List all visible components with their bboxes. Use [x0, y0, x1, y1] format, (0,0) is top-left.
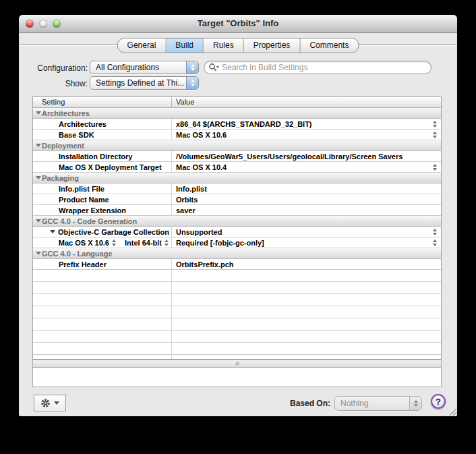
- setting-column-header[interactable]: Setting: [33, 97, 172, 107]
- disclosure-triangle-icon[interactable]: [36, 252, 41, 255]
- value-stepper-icon[interactable]: [163, 239, 170, 246]
- setting-name-cell[interactable]: Architectures: [33, 119, 172, 129]
- gear-icon: [40, 398, 51, 408]
- show-label: Show:: [20, 79, 88, 88]
- search-field[interactable]: [204, 61, 432, 74]
- empty-value-cell: [172, 318, 441, 330]
- setting-value-cell[interactable]: saver: [172, 205, 441, 215]
- search-input[interactable]: [219, 63, 425, 72]
- setting-name: Info.plist File: [59, 185, 105, 193]
- help-button[interactable]: ?: [431, 394, 446, 409]
- tab-rules[interactable]: Rules: [204, 38, 244, 53]
- setting-value: x86_64 $(ARCHS_STANDARD_32_BIT): [176, 120, 432, 128]
- setting-value-cell[interactable]: Orbits: [172, 194, 441, 204]
- setting-row-wrapper-extension[interactable]: Wrapper Extensionsaver: [33, 205, 441, 216]
- setting-value-cell[interactable]: x86_64 $(ARCHS_STANDARD_32_BIT): [172, 119, 441, 129]
- condition-cell[interactable]: Mac OS X 10.6Intel 64-bit: [33, 237, 172, 248]
- setting-value: Info.plist: [176, 185, 438, 193]
- tab-comments[interactable]: Comments: [300, 38, 358, 53]
- setting-row-product-name[interactable]: Product NameOrbits: [33, 194, 441, 205]
- setting-name-cell[interactable]: Prefix Header: [33, 259, 172, 269]
- setting-row-architectures[interactable]: Architecturesx86_64 $(ARCHS_STANDARD_32_…: [33, 119, 441, 130]
- setting-value: Mac OS X 10.6: [176, 131, 432, 139]
- title-bar[interactable]: Target "Orbits" Info: [19, 15, 457, 33]
- setting-name-cell[interactable]: Info.plist File: [33, 183, 172, 194]
- empty-value-cell: [172, 355, 441, 360]
- condition-popup-value: Mac OS X 10.6: [59, 239, 109, 247]
- setting-name-cell[interactable]: Mac OS X Deployment Target: [33, 162, 172, 172]
- setting-name-cell[interactable]: Base SDK: [33, 130, 172, 140]
- empty-value-cell: [172, 270, 441, 281]
- value-stepper-icon[interactable]: [432, 164, 438, 171]
- setting-value-cell[interactable]: Info.plist: [172, 183, 441, 194]
- disclosure-triangle-icon[interactable]: [50, 230, 55, 233]
- setting-name-cell[interactable]: Wrapper Extension: [33, 205, 172, 215]
- setting-row-prefix-header[interactable]: Prefix HeaderOrbitsPrefix.pch: [33, 259, 441, 270]
- configuration-popup[interactable]: All Configurations: [90, 61, 199, 74]
- empty-row[interactable]: [33, 294, 441, 306]
- value-stepper-icon[interactable]: [432, 132, 438, 138]
- condition-popup-mac-os-x-10-6[interactable]: Mac OS X 10.6: [59, 239, 117, 247]
- value-stepper-icon[interactable]: [432, 121, 438, 127]
- setting-value: Required [-fobjc-gc-only]: [176, 239, 432, 247]
- setting-name: Prefix Header: [59, 260, 107, 268]
- value-column-header[interactable]: Value: [172, 97, 441, 107]
- disclosure-triangle-icon[interactable]: [36, 176, 41, 179]
- setting-value-cell[interactable]: Mac OS X 10.6: [172, 130, 441, 140]
- empty-setting-cell: [33, 355, 172, 360]
- empty-row[interactable]: [33, 355, 441, 360]
- empty-row[interactable]: [33, 318, 441, 331]
- splitter-bar[interactable]: [32, 360, 442, 368]
- value-stepper-icon[interactable]: [111, 239, 117, 246]
- setting-name: Architectures: [59, 120, 107, 128]
- setting-value-cell[interactable]: Mac OS X 10.4: [172, 162, 441, 172]
- setting-row-installation-directory[interactable]: Installation Directory/Volumes/GeoWar5_U…: [33, 151, 441, 162]
- setting-value-cell[interactable]: Unsupported: [172, 227, 441, 237]
- action-gear-button[interactable]: [34, 395, 66, 412]
- setting-row-base-sdk[interactable]: Base SDKMac OS X 10.6: [33, 130, 441, 140]
- resize-grip-icon[interactable]: [448, 407, 456, 416]
- tab-general[interactable]: General: [118, 38, 167, 53]
- disclosure-triangle-icon[interactable]: [36, 219, 41, 223]
- disclosure-triangle-icon[interactable]: [36, 111, 41, 115]
- condition-popup-intel-64-bit[interactable]: Intel 64-bit: [125, 239, 170, 247]
- group-row-deployment[interactable]: Deployment: [33, 140, 441, 151]
- group-row-gcc-4-0-language[interactable]: GCC 4.0 - Language: [33, 248, 441, 259]
- setting-value-cell[interactable]: OrbitsPrefix.pch: [172, 259, 441, 269]
- group-label: Architectures: [42, 109, 90, 117]
- empty-setting-cell: [33, 343, 172, 354]
- condition-row[interactable]: Mac OS X 10.6Intel 64-bitRequired [-fobj…: [33, 237, 441, 248]
- setting-name-cell[interactable]: Product Name: [33, 194, 172, 204]
- tab-build[interactable]: Build: [166, 38, 204, 53]
- empty-row[interactable]: [33, 270, 441, 282]
- setting-value-cell[interactable]: /Volumes/GeoWar5_Users/Users/geolocal/Li…: [172, 151, 441, 161]
- group-row-packaging[interactable]: Packaging: [33, 173, 441, 183]
- show-popup[interactable]: Settings Defined at Thi...: [90, 76, 199, 90]
- setting-value: saver: [176, 206, 438, 215]
- setting-name-cell[interactable]: Installation Directory: [33, 151, 172, 161]
- based-on-popup[interactable]: Nothing: [334, 396, 422, 411]
- empty-row[interactable]: [33, 282, 441, 294]
- empty-row[interactable]: [33, 343, 441, 355]
- empty-value-cell: [172, 282, 441, 293]
- disclosure-triangle-icon[interactable]: [36, 144, 41, 147]
- empty-setting-cell: [33, 282, 172, 293]
- group-label: Packaging: [42, 174, 79, 182]
- setting-row-info-plist-file[interactable]: Info.plist FileInfo.plist: [33, 183, 441, 194]
- splitter-handle-icon[interactable]: [235, 362, 239, 366]
- empty-row[interactable]: [33, 306, 441, 318]
- value-stepper-icon[interactable]: [432, 229, 438, 235]
- group-row-gcc-4-0-code-generation[interactable]: GCC 4.0 - Code Generation: [33, 216, 441, 227]
- empty-value-cell: [172, 331, 441, 342]
- setting-name-cell[interactable]: Objective-C Garbage Collection: [33, 227, 172, 237]
- setting-row-mac-os-x-deployment-target[interactable]: Mac OS X Deployment TargetMac OS X 10.4: [33, 162, 441, 173]
- setting-value-cell[interactable]: Required [-fobjc-gc-only]: [172, 237, 441, 248]
- tab-properties[interactable]: Properties: [244, 38, 301, 53]
- setting-row-objective-c-garbage-collection[interactable]: Objective-C Garbage CollectionUnsupporte…: [33, 227, 441, 237]
- group-row-architectures[interactable]: Architectures: [33, 108, 441, 119]
- search-icon[interactable]: [208, 63, 219, 72]
- build-settings-table: Setting Value ArchitecturesArchitectures…: [32, 96, 442, 360]
- empty-row[interactable]: [33, 331, 441, 343]
- setting-value: Mac OS X 10.4: [176, 163, 432, 171]
- value-stepper-icon[interactable]: [432, 239, 438, 246]
